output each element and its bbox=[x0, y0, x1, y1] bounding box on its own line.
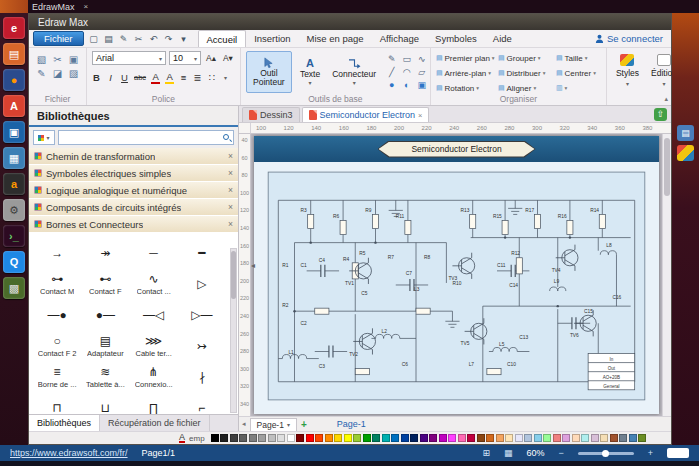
library-item-bornes-et-connecteurs[interactable]: Bornes et Connecteurs× bbox=[29, 216, 238, 233]
pointer-tool-button[interactable]: Outil Pointeur bbox=[246, 51, 292, 93]
library-filter-dropdown[interactable]: ▾ bbox=[33, 130, 55, 145]
font-color-button[interactable]: A bbox=[151, 71, 160, 84]
symbol-cell[interactable]: ↣ bbox=[178, 331, 226, 362]
document-tab-semiconductor-electron[interactable]: Semiconductor Electron× bbox=[302, 107, 430, 122]
bold-button[interactable]: B bbox=[92, 72, 101, 83]
strikethrough-button[interactable]: abc bbox=[134, 73, 146, 82]
color-swatch[interactable] bbox=[268, 434, 276, 442]
cut-icon[interactable]: ✂ bbox=[52, 54, 63, 65]
organize-distribuer[interactable]: ▤Distribuer▾ bbox=[498, 66, 556, 80]
vertical-scrollbar-thumb[interactable] bbox=[664, 138, 670, 196]
library-item-chemin-de-transformation[interactable]: Chemin de transformation× bbox=[29, 148, 238, 165]
symbol-cell[interactable]: ⌐ bbox=[178, 393, 226, 414]
drawing-viewport[interactable]: ◂ Semiconductor Electron bbox=[251, 134, 662, 416]
library-item-symboles-lectriques-simples[interactable]: Symboles électriques simples× bbox=[29, 165, 238, 182]
font-color-quick-icon[interactable]: A bbox=[179, 433, 185, 443]
document-tab-dessin3[interactable]: Dessin3 bbox=[242, 107, 300, 122]
color-swatch[interactable] bbox=[315, 434, 323, 442]
library-scrollbar[interactable] bbox=[230, 248, 237, 413]
tab-mise-en-page[interactable]: Mise en page bbox=[299, 30, 372, 47]
organize-aligner[interactable]: ▤Aligner▾ bbox=[498, 81, 556, 95]
grow-font-button[interactable]: A▴ bbox=[204, 52, 218, 64]
print-icon[interactable]: ✎ bbox=[118, 34, 130, 44]
symbol-cell[interactable]: ∏ bbox=[130, 393, 178, 414]
title-banner[interactable]: Semiconductor Electron bbox=[378, 141, 536, 158]
organize-centrer[interactable]: ▤Centrer▾ bbox=[556, 66, 606, 80]
qq-icon[interactable]: Q bbox=[3, 251, 25, 273]
font-name-select[interactable]: Arial▾ bbox=[92, 51, 166, 65]
vertical-scrollbar[interactable] bbox=[662, 134, 671, 416]
color-swatch[interactable] bbox=[486, 434, 494, 442]
symbol-cell[interactable]: ○Contact F 2 bbox=[33, 331, 81, 362]
color-swatch[interactable] bbox=[553, 434, 561, 442]
firefox-icon[interactable]: ● bbox=[3, 69, 25, 91]
pencil-icon[interactable]: ✎ bbox=[384, 53, 399, 66]
symbol-cell[interactable]: ⊓ bbox=[33, 393, 81, 414]
tab-aide[interactable]: Aide bbox=[485, 30, 520, 47]
color-swatch[interactable] bbox=[638, 434, 646, 442]
color-swatch[interactable] bbox=[610, 434, 618, 442]
files-icon[interactable]: ▤ bbox=[3, 43, 25, 65]
color-swatch[interactable] bbox=[325, 434, 333, 442]
color-swatch[interactable] bbox=[296, 434, 304, 442]
color-swatch[interactable] bbox=[496, 434, 504, 442]
organize-grouper[interactable]: ▤Grouper▾ bbox=[498, 51, 556, 65]
paste-icon[interactable]: ▧ bbox=[36, 54, 47, 65]
pan-preview-button[interactable] bbox=[667, 448, 689, 458]
highlight-color-button[interactable]: A bbox=[165, 71, 174, 84]
connector-tool-button[interactable]: Connecteur ▾ bbox=[328, 51, 380, 93]
color-swatch[interactable] bbox=[258, 434, 266, 442]
symbol-cell[interactable]: ⊶Contact M bbox=[33, 269, 81, 300]
fill-icon[interactable]: ● bbox=[384, 79, 399, 92]
library-item-logique-analogique-et-num-rique[interactable]: Logique analogique et numérique× bbox=[29, 182, 238, 199]
color-swatch[interactable] bbox=[334, 434, 342, 442]
undo-icon[interactable]: ↶ bbox=[148, 34, 160, 44]
tab-accueil[interactable]: Accueil bbox=[198, 30, 247, 47]
terminal-icon[interactable]: ›_ bbox=[3, 225, 25, 247]
curve-icon[interactable]: ∿ bbox=[414, 53, 429, 66]
symbol-cell[interactable]: ∤ bbox=[178, 362, 226, 393]
symbol-cell[interactable]: ─ bbox=[130, 238, 178, 269]
shape-icon[interactable]: ▱ bbox=[414, 66, 429, 79]
color-swatch[interactable] bbox=[220, 434, 228, 442]
library-tab-r-cup-ration-de-fichier[interactable]: Récupération de fichier bbox=[100, 415, 210, 431]
library-item-composants-de-circuits-int-gr-s[interactable]: Composants de circuits intégrés× bbox=[29, 199, 238, 216]
save-icon[interactable]: ▤ bbox=[103, 34, 115, 44]
tab-affichage[interactable]: Affichage bbox=[372, 30, 427, 47]
edrawsoft-link[interactable]: https://www.edrawsoft.com/fr/ bbox=[10, 448, 128, 458]
shrink-font-button[interactable]: A▾ bbox=[221, 52, 235, 64]
color-swatch[interactable] bbox=[211, 434, 219, 442]
symbol-cell[interactable]: ⊷Contact F bbox=[81, 269, 129, 300]
amazon-icon[interactable]: a bbox=[3, 173, 25, 195]
color-swatch[interactable] bbox=[581, 434, 589, 442]
color-swatch[interactable] bbox=[439, 434, 447, 442]
color-swatch[interactable] bbox=[448, 434, 456, 442]
symbol-cell[interactable]: ⊔ bbox=[81, 393, 129, 414]
add-page-button[interactable]: + bbox=[301, 419, 307, 430]
color-swatch[interactable] bbox=[515, 434, 523, 442]
desktop-icon-photos[interactable] bbox=[677, 145, 694, 161]
library-scrollbar-thumb[interactable] bbox=[231, 251, 236, 299]
color-swatch[interactable] bbox=[467, 434, 475, 442]
fit-page-icon[interactable]: ⊞ bbox=[482, 448, 490, 458]
color-swatch[interactable] bbox=[287, 434, 295, 442]
software-center-icon[interactable]: A bbox=[3, 95, 25, 117]
edraw-icon[interactable]: e bbox=[3, 17, 25, 39]
organize-page-setup[interactable]: ▥▾ bbox=[556, 81, 606, 95]
bullets-button[interactable]: ∷ bbox=[207, 72, 216, 83]
color-swatch[interactable] bbox=[382, 434, 390, 442]
gimp-icon[interactable]: ▩ bbox=[3, 277, 25, 299]
grid-view-icon[interactable]: ▦ bbox=[504, 448, 513, 458]
schematic-area[interactable]: TV1TV2TV3TV5TV4TV6R3R6R9R11R13R15R17R16R… bbox=[254, 162, 659, 414]
more-button[interactable]: ▾ bbox=[221, 74, 230, 81]
color-swatch[interactable] bbox=[524, 434, 532, 442]
close-library-icon[interactable]: × bbox=[228, 168, 233, 178]
color-swatch[interactable] bbox=[458, 434, 466, 442]
rectangle-icon[interactable]: ▭ bbox=[399, 53, 414, 66]
color-swatch[interactable] bbox=[363, 434, 371, 442]
color-swatch[interactable] bbox=[619, 434, 627, 442]
eraser-icon[interactable]: ◪ bbox=[52, 68, 63, 79]
zoom-out-button[interactable]: − bbox=[558, 448, 563, 458]
zoom-in-button[interactable]: + bbox=[648, 448, 653, 458]
calc-icon[interactable]: ▦ bbox=[3, 147, 25, 169]
